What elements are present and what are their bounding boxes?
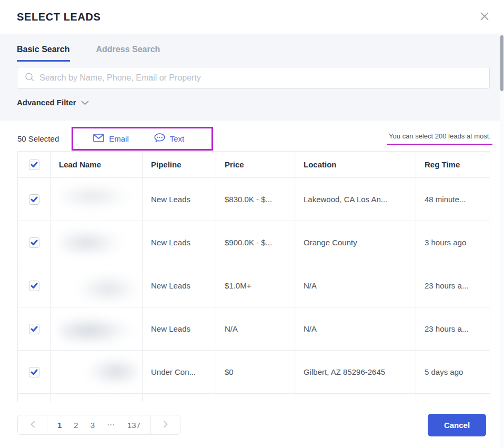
chevron-down-icon [81, 98, 89, 107]
page-ellipsis: ⋯ [107, 420, 115, 430]
column-header-location: Location [295, 152, 416, 178]
pipeline-cell: New Leads [143, 264, 216, 307]
price-cell: $900.0K - $... [216, 221, 295, 264]
row-checkbox[interactable] [29, 324, 39, 334]
price-cell: N/A [216, 307, 295, 351]
location-cell: Lakewood, CA Los An... [295, 178, 416, 221]
location-cell: N/A [295, 307, 416, 351]
price-cell: $0 [216, 351, 295, 394]
email-button-label: Email [109, 134, 129, 143]
pipeline-cell: New Leads [143, 307, 216, 351]
table-row[interactable]: Under Con... $0 Gilbert, AZ 85296-2645 5… [18, 351, 490, 394]
reg-time-cell: 23 hours a... [416, 264, 490, 307]
search-input[interactable] [39, 73, 482, 83]
previous-page-button[interactable] [18, 415, 47, 434]
search-icon [25, 72, 34, 84]
leads-table: Lead Name Pipeline Price Location Reg Ti… [17, 151, 490, 402]
chevron-right-icon [163, 420, 169, 430]
column-header-pipeline: Pipeline [143, 152, 216, 178]
pipeline-cell: Under Con... [143, 351, 216, 394]
page-button-2[interactable]: 2 [74, 421, 78, 430]
blurred-lead-name [59, 226, 138, 259]
select-all-checkbox[interactable] [29, 160, 39, 170]
modal-content: 50 Selected Email Text You can select 20… [0, 126, 504, 402]
column-header-lead-name: Lead Name [51, 152, 143, 178]
pipeline-cell: New Leads [143, 221, 216, 264]
row-checkbox[interactable] [29, 237, 39, 248]
search-box[interactable] [17, 67, 490, 89]
table-header-row: Lead Name Pipeline Price Location Reg Ti… [18, 152, 490, 178]
close-icon [479, 11, 490, 24]
blurred-lead-name [59, 313, 138, 345]
selection-toolbar: 50 Selected Email Text You can select 20… [17, 126, 492, 151]
tab-basic-search[interactable]: Basic Search [17, 45, 70, 62]
pipeline-cell: New Leads [143, 178, 216, 221]
email-button[interactable]: Email [93, 134, 129, 144]
chat-bubble-icon [154, 133, 165, 144]
column-header-reg-time: Reg Time [416, 152, 490, 178]
scrollbar-thumb[interactable] [500, 35, 503, 91]
selected-count: 50 Selected [17, 134, 59, 143]
location-cell: N/A [295, 264, 416, 307]
next-page-button[interactable] [150, 415, 180, 434]
close-button[interactable] [477, 9, 492, 25]
page-button-137[interactable]: 137 [127, 421, 140, 430]
leads-table-container: Lead Name Pipeline Price Location Reg Ti… [17, 151, 492, 402]
row-checkbox[interactable] [29, 194, 39, 205]
row-checkbox[interactable] [29, 281, 39, 291]
table-row [18, 394, 490, 402]
tab-address-search[interactable]: Address Search [96, 45, 160, 62]
text-button-label: Text [170, 134, 185, 143]
column-header-price: Price [216, 152, 295, 178]
chevron-left-icon [29, 420, 36, 430]
blurred-lead-name [59, 356, 138, 389]
table-row[interactable]: New Leads N/A N/A 23 hours a... [18, 307, 490, 351]
search-tabs: Basic Search Address Search [17, 45, 490, 62]
price-cell: $1.0M+ [216, 264, 295, 307]
reg-time-cell: 48 minute... [416, 178, 490, 221]
page-button-3[interactable]: 3 [90, 421, 95, 430]
reg-time-cell: 5 days ago [416, 351, 490, 394]
row-checkbox[interactable] [29, 367, 39, 377]
table-row[interactable]: New Leads $830.0K - $... Lakewood, CA Lo… [18, 178, 490, 221]
bulk-action-annotation-box: Email Text [72, 127, 213, 151]
reg-time-cell: 3 hours ago [416, 221, 490, 264]
blurred-lead-name [59, 183, 138, 216]
location-cell: Gilbert, AZ 85296-2645 [295, 351, 416, 394]
cancel-button[interactable]: Cancel [428, 414, 486, 436]
blurred-lead-name [59, 270, 138, 302]
advanced-filter-toggle[interactable]: Advanced Filter [17, 98, 89, 107]
table-row[interactable]: New Leads $1.0M+ N/A 23 hours a... [18, 264, 490, 307]
table-row[interactable]: New Leads $900.0K - $... Orange County 3… [18, 221, 490, 264]
text-button[interactable]: Text [154, 133, 185, 144]
pagination: 1 2 3 ⋯ 137 [17, 415, 180, 435]
filter-panel: Basic Search Address Search Advanced Fil… [0, 34, 504, 121]
advanced-filter-label: Advanced Filter [17, 98, 76, 107]
email-icon [93, 134, 104, 144]
page-button-1[interactable]: 1 [57, 421, 62, 430]
modal-footer: 1 2 3 ⋯ 137 Cancel [0, 402, 504, 448]
page-list: 1 2 3 ⋯ 137 [47, 415, 150, 434]
price-cell: $830.0K - $... [216, 178, 295, 221]
reg-time-cell: 23 hours a... [416, 307, 490, 351]
modal-title: SELECT LEADS [17, 11, 100, 23]
scrollbar-track[interactable] [500, 34, 504, 448]
location-cell: Orange County [295, 221, 416, 264]
modal-header: SELECT LEADS [0, 0, 504, 34]
selection-limit-note: You can select 200 leads at most. [387, 132, 492, 145]
